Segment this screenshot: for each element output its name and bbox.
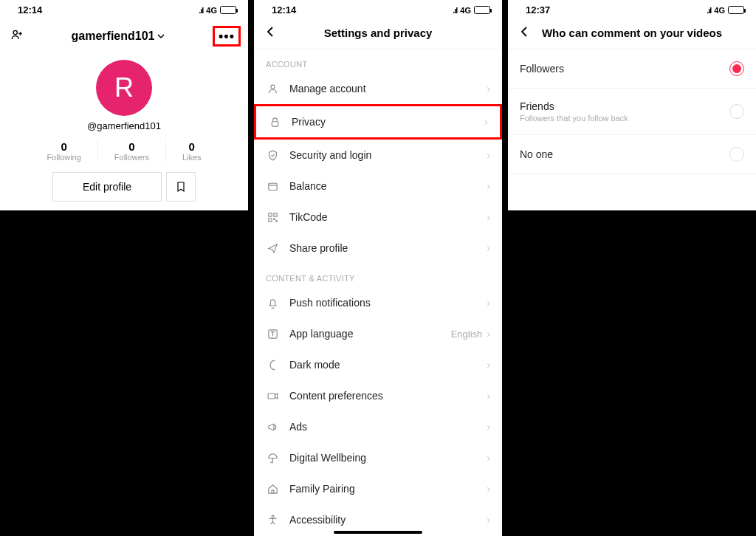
svg-point-0 bbox=[13, 30, 17, 34]
radio-button[interactable] bbox=[729, 147, 744, 162]
option-label: Followers bbox=[520, 63, 729, 75]
row-label: App language bbox=[289, 328, 451, 340]
signal-icon: .ıl bbox=[707, 6, 711, 15]
stat-followers[interactable]: 0 Followers bbox=[97, 140, 165, 162]
row-label: Dark mode bbox=[289, 359, 487, 371]
avatar-letter: R bbox=[114, 72, 134, 103]
chevron-down-icon bbox=[157, 32, 165, 40]
comment-option-0[interactable]: Followers bbox=[508, 49, 756, 89]
edit-profile-button[interactable]: Edit profile bbox=[52, 172, 162, 202]
chevron-right-icon: › bbox=[487, 149, 490, 161]
username-text: gamerfiend101 bbox=[72, 30, 155, 43]
comment-option-1[interactable]: FriendsFollowers that you follow back bbox=[508, 89, 756, 135]
battery-icon bbox=[220, 6, 236, 14]
stat-likes[interactable]: 0 Likes bbox=[165, 140, 218, 162]
bell-icon bbox=[266, 296, 279, 309]
row-label: Manage account bbox=[289, 83, 487, 95]
stat-following[interactable]: 0 Following bbox=[30, 140, 97, 162]
home-icon bbox=[266, 482, 279, 495]
row-label: Share profile bbox=[289, 242, 487, 254]
setting-row-qr[interactable]: TikCode› bbox=[254, 202, 502, 233]
home-indicator[interactable] bbox=[334, 531, 422, 534]
page-title: Settings and privacy bbox=[264, 27, 492, 39]
radio-button[interactable] bbox=[729, 104, 744, 119]
row-label: Family Pairing bbox=[289, 483, 487, 495]
share-icon bbox=[266, 241, 279, 255]
status-right: .ıl 4G bbox=[453, 6, 490, 15]
video-icon bbox=[266, 389, 279, 402]
bookmark-icon bbox=[175, 181, 187, 193]
avatar[interactable]: R bbox=[96, 60, 152, 116]
megaphone-icon bbox=[266, 420, 279, 433]
setting-row-lock[interactable]: Privacy› bbox=[254, 104, 502, 140]
bookmark-button[interactable] bbox=[166, 172, 196, 202]
status-time: 12:37 bbox=[526, 4, 550, 16]
chevron-right-icon: › bbox=[487, 211, 490, 223]
add-user-icon[interactable] bbox=[10, 28, 24, 44]
stat-label: Followers bbox=[114, 153, 149, 162]
network-label: 4G bbox=[460, 6, 471, 15]
chevron-right-icon: › bbox=[487, 421, 490, 433]
status-right: .ıl 4G bbox=[199, 6, 236, 15]
network-label: 4G bbox=[206, 6, 217, 15]
stat-label: Likes bbox=[182, 153, 202, 162]
more-button[interactable]: ••• bbox=[213, 26, 241, 47]
chevron-right-icon: › bbox=[487, 359, 490, 371]
setting-row-wallet[interactable]: Balance› bbox=[254, 171, 502, 202]
svg-rect-2 bbox=[272, 121, 278, 126]
chevron-right-icon: › bbox=[487, 452, 490, 464]
chevron-right-icon: › bbox=[487, 180, 490, 192]
stat-num: 0 bbox=[114, 140, 149, 153]
option-main: Followers bbox=[520, 63, 729, 75]
status-time: 12:14 bbox=[272, 4, 296, 16]
nav-bar: Who can comment on your videos bbox=[508, 17, 756, 49]
option-sublabel: Followers that you follow back bbox=[520, 114, 729, 123]
row-label: Digital Wellbeing bbox=[289, 452, 487, 464]
shield-icon bbox=[266, 148, 279, 162]
nav-bar: Settings and privacy bbox=[254, 17, 502, 49]
status-bar: 12:37 .ıl 4G bbox=[508, 0, 756, 17]
stat-num: 0 bbox=[182, 140, 202, 153]
chevron-right-icon: › bbox=[487, 390, 490, 402]
username-dropdown[interactable]: gamerfiend101 bbox=[72, 30, 165, 43]
setting-row-video[interactable]: Content preferences› bbox=[254, 380, 502, 411]
setting-row-moon[interactable]: Dark mode› bbox=[254, 349, 502, 380]
svg-rect-10 bbox=[268, 393, 275, 398]
setting-row-shield[interactable]: Security and login› bbox=[254, 140, 502, 171]
access-icon bbox=[266, 513, 279, 526]
setting-row-umbrella[interactable]: Digital Wellbeing› bbox=[254, 442, 502, 473]
setting-row-user[interactable]: Manage account› bbox=[254, 73, 502, 104]
battery-icon bbox=[728, 6, 744, 14]
battery-icon bbox=[474, 6, 490, 14]
stat-num: 0 bbox=[47, 140, 80, 153]
lock-icon bbox=[268, 115, 281, 128]
setting-row-lang[interactable]: App languageEnglish› bbox=[254, 318, 502, 349]
setting-row-bell[interactable]: Push notifications› bbox=[254, 287, 502, 318]
setting-row-home[interactable]: Family Pairing› bbox=[254, 473, 502, 504]
wallet-icon bbox=[266, 179, 279, 193]
comment-option-2[interactable]: No one bbox=[508, 135, 756, 174]
signal-icon: .ıl bbox=[453, 6, 457, 15]
page-title: Who can comment on your videos bbox=[518, 27, 746, 39]
profile-top-bar: gamerfiend101 ••• bbox=[0, 17, 248, 54]
user-icon bbox=[266, 82, 279, 95]
svg-rect-7 bbox=[273, 218, 274, 219]
row-label: Security and login bbox=[289, 149, 487, 161]
status-bar: 12:14 .ıl 4G bbox=[254, 0, 502, 17]
row-label: Privacy bbox=[292, 116, 484, 128]
option-main: No one bbox=[520, 148, 729, 160]
network-label: 4G bbox=[714, 6, 725, 15]
svg-rect-5 bbox=[273, 213, 276, 216]
section-header-account: ACCOUNT bbox=[254, 49, 502, 73]
row-label: TikCode bbox=[289, 211, 487, 223]
radio-button[interactable] bbox=[729, 61, 744, 76]
setting-row-megaphone[interactable]: Ads› bbox=[254, 411, 502, 442]
row-label: Content preferences bbox=[289, 390, 487, 402]
umbrella-icon bbox=[266, 451, 279, 464]
option-label: No one bbox=[520, 148, 729, 160]
status-bar: 12:14 .ıl 4G bbox=[0, 0, 248, 17]
status-right: .ıl 4G bbox=[707, 6, 744, 15]
setting-row-share[interactable]: Share profile› bbox=[254, 233, 502, 264]
stat-label: Following bbox=[47, 153, 80, 162]
profile-screen: 12:14 .ıl 4G gamerfiend101 ••• R @gamerf… bbox=[0, 0, 248, 210]
